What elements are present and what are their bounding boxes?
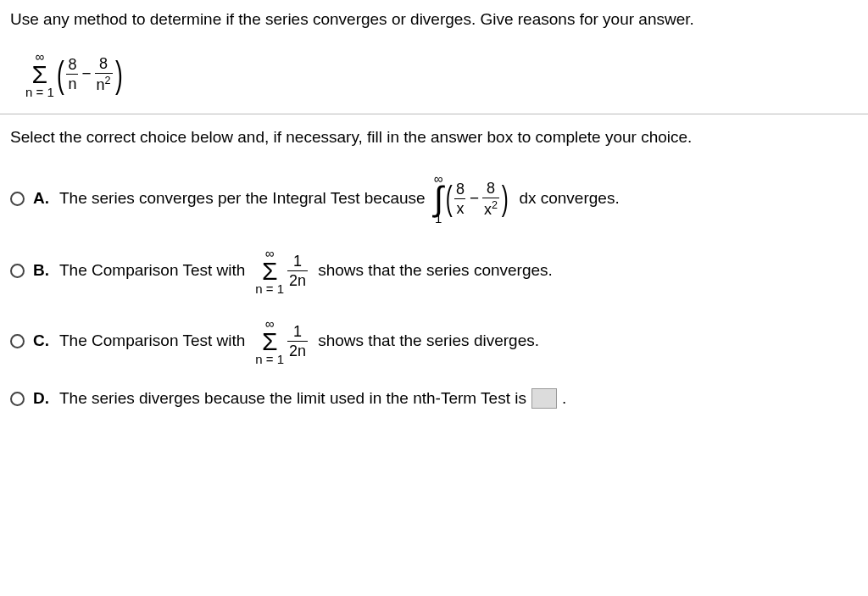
choice-a-post: dx converges. (519, 187, 619, 210)
choice-a-integral: ∞ ∫ 1 ( 8 x − 8 x2 ) (434, 172, 511, 225)
sigma-symbol: ∞ Σ n = 1 (25, 50, 54, 98)
choice-d-pre: The series diverges because the limit us… (59, 387, 526, 410)
radio-d[interactable] (10, 392, 25, 406)
series-expression: ∞ Σ n = 1 ( 8 n − 8 n2 ) (25, 45, 858, 98)
choice-a[interactable]: A. The series converges per the Integral… (10, 172, 858, 225)
choice-c-sum: ∞ Σ n = 1 1 2n (255, 317, 308, 365)
divider (0, 114, 868, 114)
choice-d-letter: D. (33, 387, 49, 410)
choice-d-post: . (562, 387, 566, 410)
instruction-text: Select the correct choice below and, if … (10, 126, 858, 149)
choice-list: A. The series converges per the Integral… (10, 172, 858, 410)
choice-b-post: shows that the series converges. (318, 259, 553, 282)
choice-c-post: shows that the series diverges. (318, 330, 539, 353)
choice-b[interactable]: B. The Comparison Test with ∞ Σ n = 1 1 … (10, 247, 858, 295)
radio-c[interactable] (10, 334, 25, 348)
choice-a-letter: A. (33, 187, 49, 210)
choice-c-pre: The Comparison Test with (59, 330, 245, 353)
radio-b[interactable] (10, 264, 25, 278)
choice-c-letter: C. (33, 330, 49, 353)
choice-b-pre: The Comparison Test with (59, 259, 245, 282)
choice-b-letter: B. (33, 259, 49, 282)
question-prompt: Use any method to determine if the serie… (10, 8, 858, 31)
choice-c[interactable]: C. The Comparison Test with ∞ Σ n = 1 1 … (10, 317, 858, 365)
choice-a-pre: The series converges per the Integral Te… (59, 187, 426, 210)
answer-input-d[interactable] (531, 388, 557, 409)
choice-d[interactable]: D. The series diverges because the limit… (10, 387, 858, 410)
radio-a[interactable] (10, 192, 25, 206)
choice-b-sum: ∞ Σ n = 1 1 2n (255, 247, 308, 295)
